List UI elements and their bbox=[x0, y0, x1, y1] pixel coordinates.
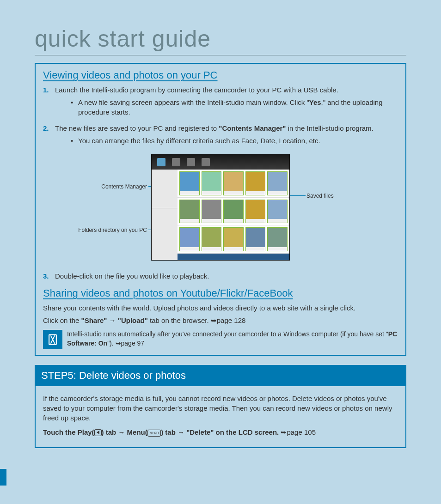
intelli-studio-diagram: Contents Manager Folders directory on yo… bbox=[43, 152, 398, 263]
page-ref-105: ➥page 105 bbox=[281, 428, 316, 436]
heading-sharing: Sharing videos and photos on Youtube/Fli… bbox=[43, 287, 398, 299]
toolbar-icon bbox=[202, 158, 210, 166]
step-2-number: 2. bbox=[43, 123, 49, 133]
page-ref-97: ➥page 97 bbox=[116, 340, 145, 347]
screenshot-toolbar bbox=[152, 155, 289, 170]
heading-viewing: Viewing videos and photos on your PC bbox=[43, 69, 398, 81]
sharing-text-c: tab on the browser. bbox=[148, 316, 211, 324]
sharing-para-1: Share your contents with the world. Uplo… bbox=[43, 303, 398, 313]
note-icon bbox=[43, 330, 62, 349]
info-note-text: Intelli-studio runs automatically after … bbox=[67, 330, 398, 348]
intelli-studio-screenshot bbox=[151, 154, 290, 261]
toolbar-icon bbox=[187, 158, 195, 166]
step1-bullet-text-a: A new file saving screen appears with th… bbox=[78, 98, 309, 106]
info-text-a: Intelli-studio runs automatically after … bbox=[67, 330, 388, 338]
callout-contents-manager: Contents Manager bbox=[92, 183, 147, 190]
step-1-number: 1. bbox=[43, 85, 49, 95]
step-3-number: 3. bbox=[43, 271, 49, 281]
touch-text-b: ) tab → Menu( bbox=[102, 428, 147, 436]
toolbar-icon bbox=[157, 158, 165, 166]
page-ref-128: ➥page 128 bbox=[211, 316, 246, 325]
step5-heading-bar: STEP5: Delete videos or photos bbox=[35, 365, 406, 386]
contents-manager-bold: "Contents Manager" bbox=[219, 124, 286, 132]
step-1: 1. Launch the Intelli-studio program by … bbox=[43, 85, 398, 117]
callout-folders: Folders directory on you PC bbox=[71, 227, 147, 233]
menu-icon-box: MENU bbox=[147, 430, 161, 437]
step5-touch-line: Touch the Play() tab → Menu(MENU) tab → … bbox=[43, 427, 398, 437]
section-step5: If the camcorder's storage media is full… bbox=[35, 386, 406, 448]
info-note: Intelli-studio runs automatically after … bbox=[43, 330, 398, 349]
step-1-bullet: A new file saving screen appears with th… bbox=[71, 97, 398, 117]
step-3: 3. Double-click on the file you would li… bbox=[43, 271, 398, 281]
page-title: quick start guide bbox=[35, 25, 406, 55]
screenshot-footer bbox=[178, 254, 289, 260]
screenshot-main bbox=[178, 170, 289, 260]
step-2-text-a: The new files are saved to your PC and r… bbox=[55, 124, 219, 132]
step-2-bullet: You can arrange the files by different c… bbox=[71, 136, 398, 146]
step-2: 2. The new files are saved to your PC an… bbox=[43, 123, 398, 146]
sharing-text-a: Click on the bbox=[43, 316, 81, 324]
play-triangle-icon bbox=[97, 431, 99, 434]
touch-text-a: Touch the Play( bbox=[43, 428, 94, 436]
sidebar-folders bbox=[152, 208, 178, 260]
section-viewing-sharing: Viewing videos and photos on your PC 1. … bbox=[35, 63, 406, 356]
yes-bold: Yes bbox=[309, 98, 321, 106]
info-text-c: "). bbox=[107, 340, 115, 347]
touch-text-c: ) tab → "Delete" on the LCD screen. bbox=[161, 428, 281, 436]
step-2-text-c: in the Intelli-studio program. bbox=[286, 124, 373, 132]
side-tab bbox=[0, 469, 6, 486]
step-3-text: Double-click on the file you would like … bbox=[55, 272, 209, 280]
sidebar-contents-manager bbox=[152, 170, 178, 208]
step5-para: If the camcorder's storage media is full… bbox=[43, 394, 398, 423]
callout-saved-files: Saved files bbox=[306, 193, 334, 199]
play-icon-box bbox=[94, 429, 102, 436]
sharing-para-2: Click on the "Share" → "Upload" tab on t… bbox=[43, 316, 398, 325]
screenshot-sidebar bbox=[152, 170, 178, 260]
toolbar-icon bbox=[172, 158, 180, 166]
share-upload-bold: "Share" → "Upload" bbox=[81, 316, 148, 324]
step-1-text: Launch the Intelli-studio program by con… bbox=[55, 86, 338, 94]
